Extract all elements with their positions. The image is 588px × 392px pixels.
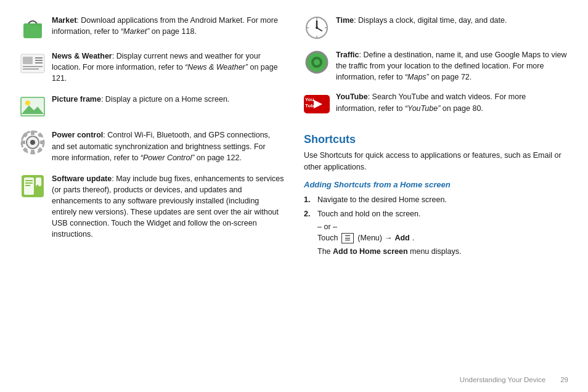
svg-rect-16 bbox=[31, 150, 35, 154]
add-label: Add bbox=[394, 234, 409, 242]
picture-text: Picture frame: Display a picture on a Ho… bbox=[52, 94, 284, 105]
step-1-text: Navigate to the desired Home screen. bbox=[317, 194, 568, 205]
touch-line: Touch ☰ (Menu) → Add. bbox=[317, 233, 568, 243]
footer-page: 29 bbox=[560, 376, 568, 383]
footer-label: Understanding Your Device bbox=[460, 376, 545, 383]
power-text: Power control: Control Wi-Fi, Bluetooth,… bbox=[52, 129, 284, 163]
market-text: Market: Download applications from the A… bbox=[52, 15, 284, 37]
svg-rect-30 bbox=[38, 188, 40, 192]
software-text: Software update: May include bug fixes, … bbox=[52, 173, 284, 240]
youtube-icon-container: You Tube bbox=[304, 91, 330, 117]
menu-label: (Menu) bbox=[357, 234, 382, 242]
youtube-label: YouTube bbox=[336, 92, 368, 101]
power-icon-container bbox=[20, 129, 46, 155]
svg-point-14 bbox=[30, 140, 35, 145]
shortcuts-section: Shortcuts Use Shortcuts for quick access… bbox=[304, 133, 568, 256]
menu-icon-inline: ☰ bbox=[341, 233, 354, 243]
news-label: News & Weather bbox=[52, 52, 112, 60]
or-line: – or – bbox=[317, 223, 568, 231]
traffic-text: Traffic: Define a destination, name it, … bbox=[336, 49, 568, 83]
traffic-label: Traffic bbox=[336, 51, 359, 59]
left-column: Market: Download applications from the A… bbox=[20, 15, 284, 382]
picture-label: Picture frame bbox=[52, 95, 101, 104]
market-item: Market: Download applications from the A… bbox=[20, 15, 284, 41]
picture-icon bbox=[20, 97, 45, 116]
power-icon bbox=[20, 130, 45, 155]
svg-rect-3 bbox=[23, 57, 33, 64]
svg-text:You: You bbox=[305, 97, 314, 102]
youtube-icon: You Tube bbox=[304, 95, 330, 113]
shortcuts-intro: Use Shortcuts for quick access to applic… bbox=[304, 150, 568, 172]
time-icon-container bbox=[304, 15, 330, 41]
steps-list: 1. Navigate to the desired Home screen. … bbox=[304, 194, 568, 219]
time-text: Time: Displays a clock, digital time, da… bbox=[336, 15, 568, 26]
software-label: Software update bbox=[52, 174, 112, 183]
touch-label: Touch bbox=[317, 234, 338, 242]
news-item: News & Weather: Display current news and… bbox=[20, 51, 284, 84]
svg-point-10 bbox=[25, 100, 30, 105]
traffic-icon bbox=[305, 51, 329, 74]
picture-icon-container bbox=[20, 94, 46, 120]
youtube-text: YouTube: Search YouTube and watch videos… bbox=[336, 91, 568, 113]
step-2: 2. Touch and hold on the screen. bbox=[304, 208, 568, 219]
svg-point-34 bbox=[316, 27, 318, 29]
svg-text:Tube: Tube bbox=[305, 103, 317, 108]
right-top-items: Time: Displays a clock, digital time, da… bbox=[304, 15, 568, 120]
result-text: The bbox=[317, 247, 333, 256]
power-label: Power control bbox=[52, 131, 103, 139]
software-item: Software update: May include bug fixes, … bbox=[20, 173, 284, 240]
news-text: News & Weather: Display current news and… bbox=[52, 51, 284, 84]
software-icon bbox=[21, 174, 44, 198]
svg-rect-25 bbox=[36, 178, 41, 186]
time-label: Time bbox=[336, 16, 354, 25]
traffic-item: Traffic: Define a destination, name it, … bbox=[304, 49, 568, 83]
svg-rect-18 bbox=[40, 141, 44, 144]
arrow: → bbox=[385, 234, 393, 242]
youtube-item: You Tube YouTube: Search YouTube and wat… bbox=[304, 91, 568, 117]
power-item: Power control: Control Wi-Fi, Bluetooth,… bbox=[20, 129, 284, 163]
result-line: The Add to Home screen menu displays. bbox=[317, 247, 568, 256]
result-after: menu displays. bbox=[408, 247, 462, 256]
time-icon bbox=[305, 16, 329, 39]
footer: Understanding Your Device 29 bbox=[460, 376, 568, 383]
step-1-num: 1. bbox=[304, 194, 314, 205]
traffic-icon-container bbox=[304, 49, 330, 75]
time-item: Time: Displays a clock, digital time, da… bbox=[304, 15, 568, 41]
picture-item: Picture frame: Display a picture on a Ho… bbox=[20, 94, 284, 120]
shortcuts-title: Shortcuts bbox=[304, 133, 568, 146]
step-2-text: Touch and hold on the screen. bbox=[317, 208, 568, 219]
step-2-num: 2. bbox=[304, 208, 314, 219]
right-column: Time: Displays a clock, digital time, da… bbox=[304, 15, 568, 382]
news-icon-container bbox=[20, 51, 46, 76]
shortcuts-subtitle: Adding Shortcuts from a Home screen bbox=[304, 180, 568, 189]
svg-rect-17 bbox=[21, 141, 25, 144]
market-label: Market bbox=[52, 16, 76, 25]
result-bold: Add to Home screen bbox=[333, 247, 408, 256]
software-icon-container bbox=[20, 173, 46, 199]
step-1: 1. Navigate to the desired Home screen. bbox=[304, 194, 568, 205]
market-icon-container bbox=[20, 15, 46, 41]
news-icon bbox=[20, 54, 45, 73]
svg-rect-15 bbox=[31, 131, 35, 135]
svg-point-41 bbox=[314, 59, 320, 65]
market-icon bbox=[21, 15, 44, 41]
